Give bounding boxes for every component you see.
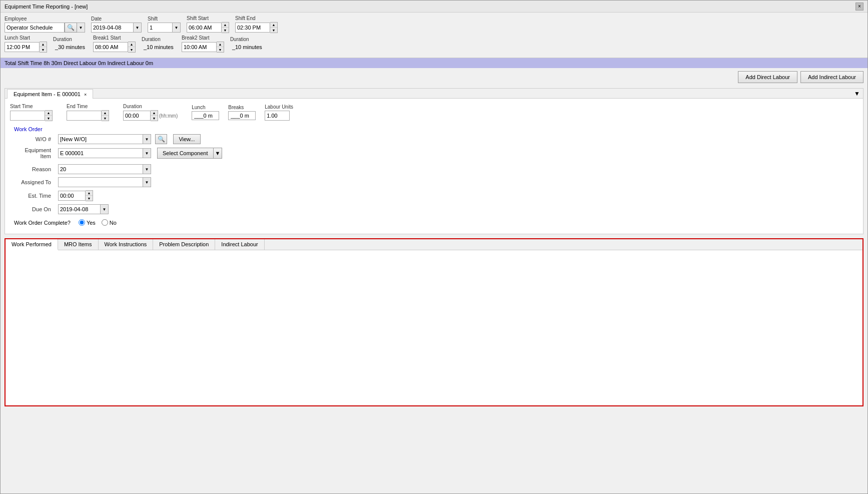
equipment-item-dropdown-btn[interactable]: ▼: [143, 148, 151, 158]
due-on-dropdown-btn[interactable]: ▼: [101, 204, 109, 214]
add-indirect-labour-button[interactable]: Add Indirect Labour: [800, 71, 863, 83]
shift-end-spinner: ▲ ▼: [270, 22, 278, 33]
duration-up[interactable]: ▲: [151, 111, 158, 116]
work-order-link[interactable]: Work Order: [14, 126, 43, 132]
start-time-down[interactable]: ▼: [45, 116, 52, 121]
labour-units-group: Labour Units: [265, 104, 293, 121]
lunch-field-group: Lunch ___0 m: [192, 105, 219, 120]
duration-input[interactable]: [123, 111, 151, 121]
assigned-to-input-group: ▼: [58, 177, 151, 187]
start-time-input[interactable]: [10, 111, 45, 121]
assigned-to-input[interactable]: [58, 177, 143, 187]
break1-start-down[interactable]: ▼: [128, 47, 135, 52]
shift-end-group: Shift End ▲ ▼: [235, 16, 278, 33]
shift-end-down[interactable]: ▼: [270, 28, 277, 33]
break2-start-input[interactable]: [182, 42, 217, 52]
equipment-tab-close[interactable]: ×: [84, 92, 87, 97]
lunch-field-value: ___0 m: [192, 111, 219, 120]
wo-search-btn[interactable]: 🔍: [155, 134, 167, 144]
lunch-start-spinner: ▲ ▼: [40, 42, 47, 53]
start-time-group: Start Time ▲ ▼: [10, 104, 53, 121]
equipment-item-input[interactable]: [58, 148, 143, 158]
break1-start-input-group: ▲ ▼: [93, 42, 136, 53]
radio-yes[interactable]: [79, 219, 85, 226]
lunch-field-label: Lunch: [192, 105, 219, 110]
radio-no[interactable]: [102, 219, 108, 226]
start-time-up[interactable]: ▲: [45, 111, 52, 116]
est-time-down[interactable]: ▼: [86, 196, 93, 201]
end-time-group: End Time ▲ ▼: [67, 104, 109, 121]
toolbar-area: Employee 🔍 ▼ Date ▼ Shift: [1, 13, 867, 58]
est-time-input[interactable]: [58, 191, 86, 201]
break2-start-group: Break2 Start ▲ ▼: [182, 35, 224, 53]
date-dropdown-btn[interactable]: ▼: [134, 23, 142, 33]
start-time-input-group: ▲ ▼: [10, 110, 53, 121]
end-time-up[interactable]: ▲: [102, 111, 109, 116]
tab-work-instructions[interactable]: Work Instructions: [99, 239, 154, 250]
lunch-start-input[interactable]: [5, 42, 40, 52]
employee-search-btn[interactable]: 🔍: [65, 23, 77, 33]
assigned-to-dropdown-btn[interactable]: ▼: [143, 177, 151, 187]
radio-no-label[interactable]: No: [102, 219, 117, 226]
labour-units-input[interactable]: [265, 111, 290, 121]
break1-duration-group: Duration _10 minutes: [142, 37, 176, 51]
equipment-item-row: Equipment Item ▼ Select Component ▼: [14, 147, 858, 159]
break2-start-up[interactable]: ▲: [217, 42, 224, 47]
end-time-input[interactable]: [67, 111, 102, 121]
employee-dropdown-btn[interactable]: ▼: [77, 23, 85, 33]
duration-down[interactable]: ▼: [151, 116, 158, 121]
equipment-tab-panel: Equipment Item - E 000001 × ▼ Start Time…: [5, 88, 863, 234]
break2-start-down[interactable]: ▼: [217, 47, 224, 52]
hh-mm-label: (hh:mm): [159, 113, 178, 119]
date-input[interactable]: [91, 23, 134, 33]
shift-end-input[interactable]: [235, 23, 270, 33]
tab-problem-description[interactable]: Problem Description: [153, 239, 215, 250]
tab-indirect-labour[interactable]: Indirect Labour: [215, 239, 264, 250]
due-on-input[interactable]: [58, 204, 101, 214]
lunch-start-label: Lunch Start: [5, 35, 47, 41]
reason-dropdown-btn[interactable]: ▼: [143, 164, 151, 174]
end-time-spinner: ▲ ▼: [102, 110, 109, 121]
select-component-dropdown-btn[interactable]: ▼: [214, 148, 223, 159]
view-btn[interactable]: View...: [173, 134, 201, 144]
employee-input[interactable]: [5, 23, 65, 33]
break1-start-input[interactable]: [93, 42, 128, 52]
select-component-group: Select Component ▼: [157, 148, 222, 159]
est-time-up[interactable]: ▲: [86, 191, 93, 196]
break2-duration-group: Duration _10 minutes: [230, 37, 264, 51]
break1-start-up[interactable]: ▲: [128, 42, 135, 47]
end-time-down[interactable]: ▼: [102, 116, 109, 121]
shift-end-up[interactable]: ▲: [270, 23, 277, 28]
equipment-tab-label: Equipment Item - E 000001: [14, 91, 81, 97]
wo-input[interactable]: [58, 134, 143, 144]
wo-complete-label: Work Order Complete?: [14, 220, 75, 226]
break1-start-spinner: ▲ ▼: [128, 42, 136, 53]
tab-mro-items[interactable]: MRO Items: [58, 239, 99, 250]
reason-input[interactable]: [58, 164, 143, 174]
add-direct-labour-button[interactable]: Add Direct Labour: [738, 71, 797, 83]
tab-work-performed[interactable]: Work Performed: [6, 239, 58, 250]
break1-start-label: Break1 Start: [93, 35, 136, 41]
lunch-start-up[interactable]: ▲: [40, 42, 47, 47]
due-on-label: Due On: [14, 206, 54, 212]
close-button[interactable]: ×: [855, 3, 863, 11]
select-component-button[interactable]: Select Component: [157, 148, 214, 159]
shift-input[interactable]: [148, 23, 173, 33]
shift-label: Shift: [148, 16, 181, 22]
lunch-start-input-group: ▲ ▼: [5, 42, 47, 53]
shift-start-up[interactable]: ▲: [222, 23, 229, 28]
shift-start-spinner: ▲ ▼: [222, 22, 229, 33]
shift-start-down[interactable]: ▼: [222, 28, 229, 33]
shift-dropdown-btn[interactable]: ▼: [173, 23, 181, 33]
summary-text: Total Shift Time 8h 30m Direct Labour 0m…: [5, 60, 153, 66]
shift-end-label: Shift End: [235, 16, 278, 21]
radio-yes-label[interactable]: Yes: [79, 219, 96, 226]
lunch-start-down[interactable]: ▼: [40, 47, 47, 52]
equipment-tab[interactable]: Equipment Item - E 000001 ×: [7, 89, 93, 99]
shift-group: Shift ▼: [148, 16, 181, 33]
panel-expand-button[interactable]: ▼: [853, 89, 861, 98]
shift-start-input-group: ▲ ▼: [187, 22, 229, 33]
shift-start-input[interactable]: [187, 23, 222, 33]
shift-start-group: Shift Start ▲ ▼: [187, 16, 229, 33]
wo-dropdown-btn[interactable]: ▼: [143, 134, 151, 144]
